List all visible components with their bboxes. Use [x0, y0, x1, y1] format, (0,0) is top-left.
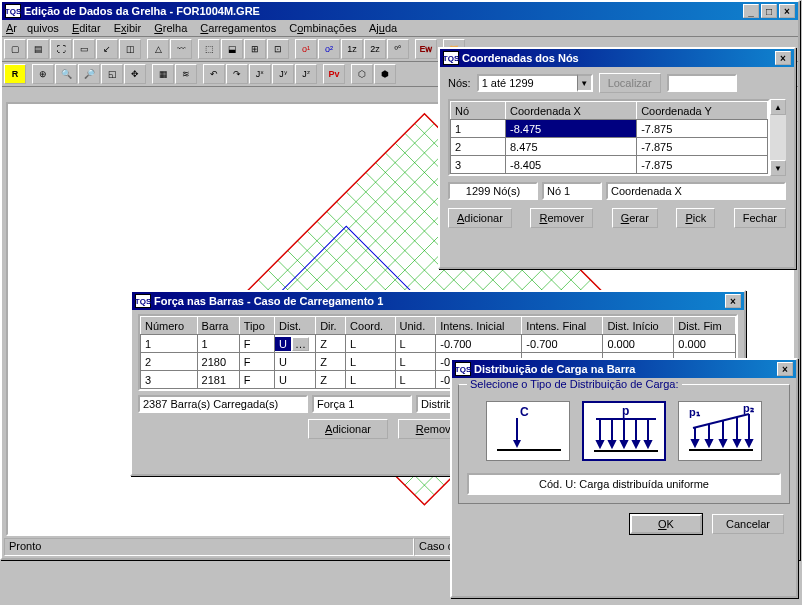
scroll-down-icon[interactable]: ▼ [770, 160, 786, 176]
footer-barras: 2387 Barra(s) Carregada(s) [138, 395, 308, 413]
table-row[interactable]: 1 -8.475 -7.875 [451, 120, 768, 138]
tool-12[interactable]: ⊡ [267, 39, 289, 59]
maximize-button[interactable]: □ [761, 4, 777, 18]
app-icon: TQS [455, 362, 471, 376]
col-coord[interactable]: Coord. [346, 317, 395, 335]
tool-15[interactable]: 1z [341, 39, 363, 59]
axis-y-icon[interactable]: Jʸ [272, 64, 294, 84]
close-button[interactable]: × [779, 4, 795, 18]
cancelar-button[interactable]: Cancelar [712, 514, 784, 534]
tool-1[interactable]: ▢ [4, 39, 26, 59]
col-y[interactable]: Coordenada Y [637, 102, 768, 120]
dist-titlebar[interactable]: TQS Distribuição de Carga na Barra × [452, 360, 796, 378]
adicionar-button[interactable]: Adicionar [448, 208, 512, 228]
adicionar-button[interactable]: Adicionar [308, 419, 388, 439]
tool-13[interactable]: o¹ [295, 39, 317, 59]
tool-16[interactable]: 2z [364, 39, 386, 59]
grid-icon[interactable]: ▦ [152, 64, 174, 84]
col-dir[interactable]: Dir. [316, 317, 346, 335]
footer-nos: 1299 Nó(s) [448, 182, 538, 200]
zoom-in-icon[interactable]: 🔍 [55, 64, 77, 84]
pick-button[interactable]: Pick [676, 208, 715, 228]
layers-icon[interactable]: ≋ [175, 64, 197, 84]
localizar-button[interactable]: Localizar [599, 73, 661, 93]
view3d-1-icon[interactable]: ⬡ [351, 64, 373, 84]
axis-z-icon[interactable]: Jᶻ [295, 64, 317, 84]
tool-6[interactable]: ◫ [119, 39, 141, 59]
tool-14[interactable]: o² [318, 39, 340, 59]
menu-carregamentos[interactable]: Carregamentos [200, 22, 276, 34]
coord-title: Coordenadas dos Nós [462, 52, 775, 64]
dist-option-trapezoidal[interactable]: p₁ p₂ [678, 401, 762, 461]
svg-marker-63 [720, 440, 726, 446]
rotate-right-icon[interactable]: ↷ [226, 64, 248, 84]
gerar-button[interactable]: Gerar [612, 208, 658, 228]
menu-exibir[interactable]: Exibir [114, 22, 142, 34]
svg-marker-61 [706, 440, 712, 446]
coord-titlebar[interactable]: TQS Coordenadas dos Nós × [440, 49, 794, 67]
dist-close-button[interactable]: × [777, 362, 793, 376]
chevron-down-icon[interactable]: ▼ [577, 74, 593, 92]
scroll-up-icon[interactable]: ▲ [770, 99, 786, 115]
col-x[interactable]: Coordenada X [506, 102, 637, 120]
main-titlebar: TQS Edição de Dados da Grelha - FOR1004M… [2, 2, 798, 20]
svg-marker-47 [609, 441, 615, 447]
rotate-left-icon[interactable]: ↶ [203, 64, 225, 84]
tool-8[interactable]: 〰 [170, 39, 192, 59]
tool2-1[interactable]: R [4, 64, 26, 84]
table-row[interactable]: 2 8.475 -7.875 [451, 138, 768, 156]
coord-close-button[interactable]: × [775, 51, 791, 65]
menu-combinacoes[interactable]: Combinações [289, 22, 356, 34]
menu-arquivos[interactable]: Arquivos [6, 22, 59, 34]
col-tipo[interactable]: Tipo [239, 317, 274, 335]
tool-3[interactable]: ⛶ [50, 39, 72, 59]
col-dist[interactable]: Dist. [275, 317, 316, 335]
zoom-window-icon[interactable]: ◱ [101, 64, 123, 84]
col-if[interactable]: Intens. Final [522, 317, 603, 335]
search-input[interactable] [667, 74, 737, 92]
ok-button[interactable]: OK [630, 514, 702, 534]
tool-2[interactable]: ▤ [27, 39, 49, 59]
menu-ajuda[interactable]: Ajuda [369, 22, 397, 34]
dist-option-concentrated[interactable]: C [486, 401, 570, 461]
col-no[interactable]: Nó [451, 102, 506, 120]
col-di[interactable]: Dist. Início [603, 317, 674, 335]
coord-scrollbar[interactable]: ▲ ▼ [770, 99, 786, 176]
tool-11[interactable]: ⊞ [244, 39, 266, 59]
zoom-out-icon[interactable]: 🔎 [78, 64, 100, 84]
axis-x-icon[interactable]: Jˣ [249, 64, 271, 84]
nos-combo[interactable]: 1 até 1299 ▼ [477, 74, 593, 92]
tool-4[interactable]: ▭ [73, 39, 95, 59]
forca-close-button[interactable]: × [725, 294, 741, 308]
tool-7[interactable]: △ [147, 39, 169, 59]
dist-fieldset: Selecione o Tipo de Distribuição de Carg… [458, 384, 790, 504]
nos-value[interactable]: 1 até 1299 [477, 74, 577, 92]
remover-button[interactable]: Remover [530, 208, 593, 228]
pv-icon[interactable]: Pv [323, 64, 345, 84]
table-row[interactable]: 1 1 F U… Z L L -0.700 -0.700 0.000 0.000 [141, 335, 736, 353]
view3d-2-icon[interactable]: ⬢ [374, 64, 396, 84]
col-ii[interactable]: Intens. Inicial [436, 317, 522, 335]
col-barra[interactable]: Barra [197, 317, 239, 335]
pan-icon[interactable]: ✥ [124, 64, 146, 84]
svg-marker-45 [597, 441, 603, 447]
ellipsis-button[interactable]: … [292, 337, 309, 351]
menu-grelha[interactable]: Grelha [154, 22, 187, 34]
col-unid[interactable]: Unid. [395, 317, 436, 335]
col-df[interactable]: Dist. Fim [674, 317, 736, 335]
zoom-fit-icon[interactable]: ⊕ [32, 64, 54, 84]
tool-10[interactable]: ⬓ [221, 39, 243, 59]
table-row[interactable]: 3 -8.405 -7.875 [451, 156, 768, 174]
forca-titlebar[interactable]: TQS Força nas Barras - Caso de Carregame… [132, 292, 744, 310]
tool-17[interactable]: º° [387, 39, 409, 59]
minimize-button[interactable]: _ [743, 4, 759, 18]
tool-5[interactable]: ↙ [96, 39, 118, 59]
menu-editar[interactable]: Editar [72, 22, 101, 34]
dist-option-uniform[interactable]: p [582, 401, 666, 461]
tool-18[interactable]: Eᴡ [415, 39, 437, 59]
fechar-button[interactable]: Fechar [734, 208, 786, 228]
col-numero[interactable]: Número [141, 317, 198, 335]
dist-legend: Selecione o Tipo de Distribuição de Carg… [467, 378, 682, 390]
tool-9[interactable]: ⬚ [198, 39, 220, 59]
svg-line-57 [693, 414, 749, 428]
